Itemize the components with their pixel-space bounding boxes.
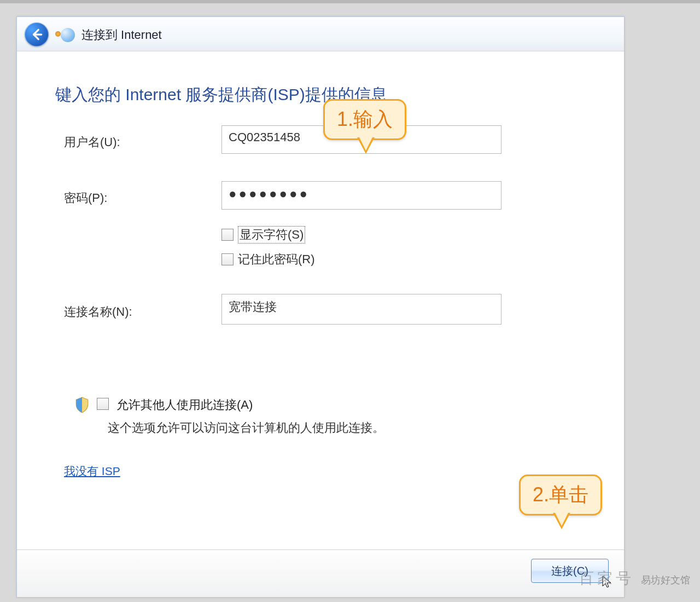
remember-password-label: 记住此密码(R) (238, 251, 315, 268)
password-label: 密码(P): (64, 190, 107, 206)
checkbox-box (221, 229, 234, 241)
window-titlebar: 连接到 Internet (17, 17, 624, 51)
checkbox-box (221, 253, 234, 265)
window-title: 连接到 Internet (81, 27, 162, 43)
wizard-window: 连接到 Internet 键入您的 Internet 服务提供商(ISP)提供的… (16, 16, 625, 598)
username-label: 用户名(U): (64, 134, 120, 150)
allow-others-label: 允许其他人使用此连接(A) (116, 397, 253, 413)
annotation-step1-text: 1.输入 (337, 108, 393, 130)
annotation-step2-text: 2.单击 (533, 483, 588, 506)
password-input[interactable]: ●●●●●●●● (221, 181, 501, 210)
shield-icon (75, 397, 89, 413)
wizard-bottom-bar: 连接(C) (17, 549, 624, 597)
no-isp-link[interactable]: 我没有 ISP (64, 464, 120, 479)
password-value: ●●●●●●●● (229, 186, 310, 201)
show-characters-label: 显示字符(S) (238, 226, 305, 244)
annotation-step2: 2.单击 (519, 474, 602, 516)
allow-others-description: 这个选项允许可以访问这台计算机的人使用此连接。 (108, 420, 384, 436)
username-value: CQ02351458 (229, 130, 300, 144)
page-topbar (0, 0, 700, 3)
connection-name-label: 连接名称(N): (64, 304, 132, 320)
network-globe-icon (61, 28, 75, 42)
allow-others-row: 允许其他人使用此连接(A) (75, 397, 253, 413)
checkbox-remember-password[interactable]: 记住此密码(R) (221, 251, 315, 268)
watermark-left: 百家号 (579, 568, 634, 589)
checkbox-show-characters[interactable]: 显示字符(S) (221, 226, 305, 244)
annotation-step1: 1.输入 (323, 99, 406, 140)
back-button[interactable] (25, 22, 49, 47)
connection-name-value: 宽带连接 (229, 300, 277, 314)
connection-name-input[interactable]: 宽带连接 (221, 294, 501, 325)
checkbox-allow-others[interactable] (97, 398, 109, 410)
arrow-left-icon (30, 27, 44, 42)
watermark-right: 易坊好文馆 (641, 574, 690, 587)
